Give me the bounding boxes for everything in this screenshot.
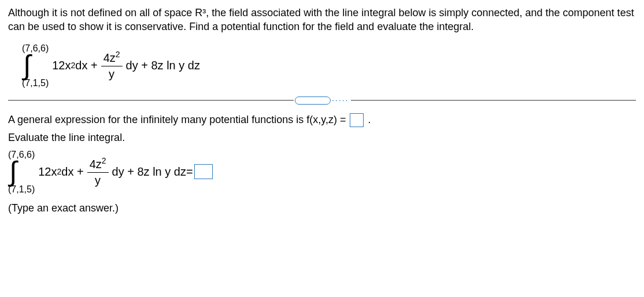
term1-diff-2: dx + [61, 164, 83, 180]
q2-answer-input[interactable] [194, 164, 213, 179]
term1-exp-2: 2 [57, 166, 62, 177]
frac-den: y [106, 66, 117, 82]
q2-integral: (7,6,6) ∫ (7,1,5) 12x2 dx + 4z2 y dy + 8… [8, 148, 636, 196]
after-frac: dy + 8z ln y dz [126, 58, 200, 73]
problem-statement: Although it is not defined on all of spa… [8, 6, 636, 34]
after-frac-2: dy + 8z ln y dz [112, 164, 186, 180]
frac-num-exp: 2 [116, 50, 120, 59]
lower-limit-2: (7,1,5) [8, 183, 35, 196]
question-1: A general expression for the infinitely … [8, 113, 636, 127]
term1-coef: 12x [52, 58, 71, 73]
term1-diff: dx + [75, 58, 97, 73]
frac-num-exp-2: 2 [102, 156, 106, 165]
integrand: 12x2 dx + 4z2 y dy + 8z ln y dz [52, 49, 200, 82]
integral-sign-icon: ∫ [22, 54, 32, 76]
problem-text: Although it is not defined on all of spa… [8, 7, 634, 32]
fraction-2: 4z2 y [87, 155, 109, 188]
frac-num-coef: 4z [103, 51, 116, 64]
term1-exp: 2 [71, 60, 76, 71]
display-integral: (7,6,6) ∫ (7,1,5) 12x2 dx + 4z2 y dy + 8… [22, 42, 636, 90]
divider-line-right [351, 100, 636, 101]
fraction: 4z2 y [101, 49, 123, 82]
q1-answer-input[interactable] [350, 113, 364, 127]
q2-hint: (Type an exact answer.) [8, 201, 636, 215]
integral-sign-icon-2: ∫ [8, 161, 18, 183]
integral-symbol-block: (7,6,6) ∫ (7,1,5) [22, 42, 49, 90]
q1-prompt-after: . [368, 114, 371, 125]
q1-prompt-before: A general expression for the infinitely … [8, 114, 349, 125]
q2-heading: Evaluate the line integral. [8, 131, 636, 144]
divider-line-left [8, 100, 294, 101]
equals: = [186, 164, 193, 180]
slider-pill-icon [295, 96, 331, 105]
integrand-2: 12x2 dx + 4z2 y dy + 8z ln y dz = [38, 155, 213, 188]
section-divider: ····· [8, 95, 636, 106]
integral-symbol-block-2: (7,6,6) ∫ (7,1,5) [8, 148, 35, 196]
divider-handle[interactable]: ····· [294, 95, 351, 106]
term1-coef-2: 12x [38, 164, 57, 180]
frac-num-coef-2: 4z [90, 158, 102, 170]
lower-limit: (7,1,5) [22, 77, 49, 90]
slider-dots-icon: ····· [332, 95, 349, 106]
frac-den-2: y [92, 173, 103, 188]
